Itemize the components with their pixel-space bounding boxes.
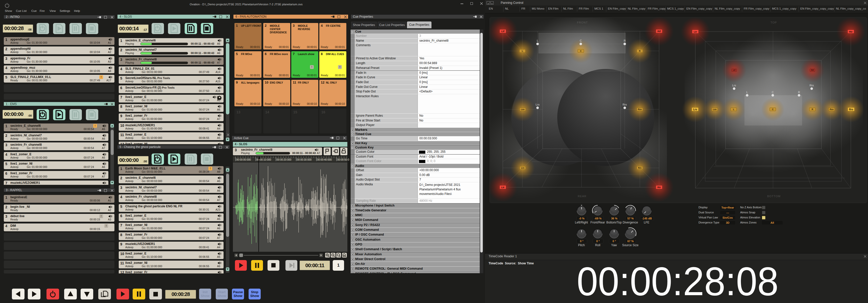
svg-text:Lrs: Lrs <box>535 103 539 106</box>
svg-text:C: C <box>580 50 582 52</box>
svg-text:Lrs: Lrs <box>521 167 524 169</box>
svg-text:C: C <box>772 91 774 94</box>
svg-text:C: C <box>580 39 582 42</box>
svg-text:L: L <box>537 39 538 42</box>
svg-text:Rrs: Rrs <box>622 103 627 106</box>
svg-text:Ltf: Ltf <box>501 30 504 33</box>
svg-text:L: L <box>733 108 734 110</box>
svg-text:R: R <box>812 108 813 110</box>
svg-text:Lrs: Lrs <box>732 84 736 87</box>
svg-text:Ltr: Ltr <box>694 30 697 33</box>
svg-text:L: L <box>746 91 748 94</box>
svg-text:Lrs: Lrs <box>693 108 697 111</box>
svg-text:Rrs: Rrs <box>849 108 854 111</box>
svg-text:Lss: Lss <box>521 108 525 110</box>
svg-text:Rrs: Rrs <box>638 167 642 169</box>
svg-text:Rtf: Rtf <box>811 69 814 71</box>
svg-text:Lss: Lss <box>713 108 717 110</box>
svg-text:Rtr: Rtr <box>849 30 852 33</box>
svg-text:R: R <box>624 39 626 42</box>
svg-text:R: R <box>798 91 800 94</box>
svg-text:Rss: Rss <box>638 108 642 110</box>
svg-text:C: C <box>772 108 774 110</box>
svg-text:Ltr: Ltr <box>501 186 504 189</box>
svg-text:Ltf: Ltf <box>733 69 735 71</box>
svg-text:Rtf: Rtf <box>657 30 661 33</box>
svg-text:Rss: Rss <box>830 108 834 110</box>
svg-text:Rtr: Rtr <box>657 186 661 189</box>
svg-text:Rrs: Rrs <box>809 84 814 87</box>
svg-text:L: L <box>522 50 523 52</box>
svg-text:R: R <box>639 50 641 52</box>
